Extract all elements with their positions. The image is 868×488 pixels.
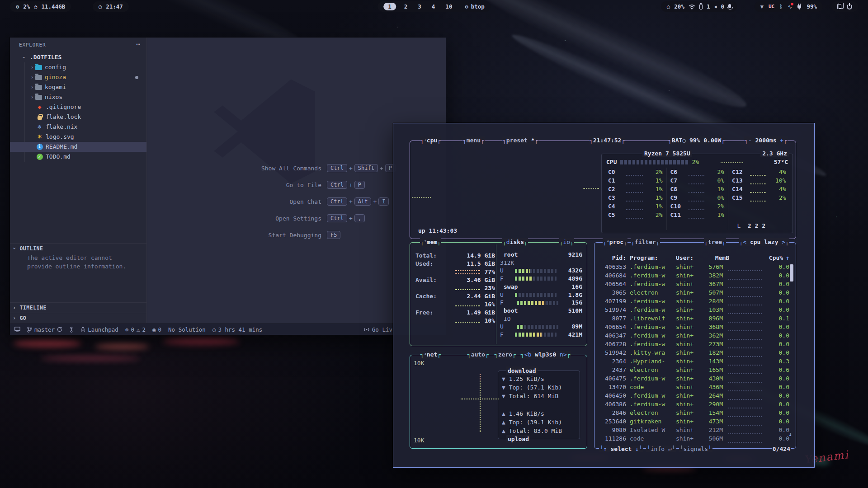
workspace-button[interactable]: 3 [415,3,424,10]
process-row[interactable]: 519942 .kitty-wra shin+ 182M 0.0 [598,348,789,357]
net-graph-vline-tip [480,374,481,380]
process-row[interactable]: 13470 code shin+ 436M 0.0 [598,383,789,391]
process-table-header[interactable]: Pid: Program: User: MemB Cpu% ↑ [598,254,789,261]
timeline-section-header[interactable]: › TIMELINE [10,302,146,312]
cpu-usage: 2% [23,3,30,10]
cpu-usage-meter [728,267,762,271]
process-row[interactable]: 253640 gitkraken shin+ 473M 0.0 [598,417,789,426]
proc-box-title[interactable]: ⁴proc [603,238,627,247]
workspace-button[interactable]: 4 [429,3,438,10]
outline-section-header[interactable]: › OUTLINE [10,243,146,253]
microphone-icon[interactable] [728,4,731,8]
process-row[interactable]: 8077 .librewolf shin+ 896M 0.1 [598,314,789,323]
process-row[interactable]: 111286 code shin+ 506M 0.0 [598,434,789,443]
workspace-button[interactable]: 2 [402,3,410,10]
cpu-usage-meter [728,328,762,331]
core-row: C144% [732,185,786,193]
process-row[interactable]: 406654 .ferdium-w shin+ 368M 0.0 [598,323,789,331]
info-control[interactable]: info ↵ [646,446,676,452]
go-live-item[interactable]: Go Liv [363,326,392,333]
select-control[interactable]: ↑ select ↓ [599,446,643,452]
network-tray-icon[interactable]: ▼ [760,4,764,10]
sort-selector[interactable]: < cpu lazy > [739,238,789,246]
remote-indicator[interactable] [14,327,20,332]
net-box-title[interactable]: ³net [420,351,441,359]
tree-folder-ginoza[interactable]: › ginoza [10,72,146,82]
cpu-usage-meter [728,345,762,348]
process-row[interactable]: 406475 .ferdium-w shin+ 430M 0.0 [598,374,789,383]
city-lights [95,343,149,349]
download-title: download [506,366,538,375]
tree-file-todo[interactable]: ✓ TODO.md [10,152,146,162]
workspace-button[interactable]: 10 [443,3,454,10]
workspace-button[interactable]: 1 [383,3,396,10]
tree-folder-config[interactable]: › config [10,62,146,72]
process-row[interactable]: 406353 .ferdium-w shin+ 576M 0.0 [598,263,789,271]
process-row[interactable]: 406728 .ferdium-w shin+ 273M 0.0 [598,340,789,348]
explorer-header: EXPLORER [19,42,46,48]
scroll-down-icon[interactable]: ↓ [788,431,792,437]
lock-icon [38,116,42,120]
process-row[interactable]: 3065 electron shin+ 507M 0.0 [598,288,789,297]
bluetooth-icon[interactable]: ᛒ [779,4,783,10]
ports-item[interactable]: ◉ 0 [152,326,161,333]
net-box: ³net auto zero <b wlp3s0 n> 10K 10K down… [410,355,587,449]
city-lights [163,338,240,345]
folder-icon [35,95,42,100]
mem-box-title[interactable]: ²mem [420,238,441,247]
process-row[interactable]: 2437 electron shin+ 165M 0.6 [598,366,789,374]
process-row[interactable]: 406684 .ferdium-w shin+ 382M 0.0 [598,271,789,280]
cpu-usage-meter [728,413,762,417]
process-row[interactable]: 406450 .ferdium-w shin+ 264M 0.0 [598,391,789,400]
net-graph-hline [461,399,499,400]
notification-tray-icon[interactable]: ∿ [788,4,792,10]
tree-folder-kogami[interactable]: › kogami [10,82,146,92]
process-row[interactable]: 407199 .ferdium-w shin+ 284M 0.0 [598,297,789,305]
process-row[interactable]: 2846 electron shin+ 154M 0.0 [598,408,789,417]
net-auto-button[interactable]: auto [467,351,489,359]
tree-file-flake-nix[interactable]: ❄ flake.nix [10,122,146,132]
update-interval-control[interactable]: - 2000ms + [744,136,788,145]
more-actions-icon[interactable]: ⋯ [137,40,140,47]
process-row[interactable]: 406386 .ferdium-w shin+ 290M 0.0 [598,400,789,408]
net-interface-selector[interactable]: <b wlp3s0 n> [520,351,571,359]
cpu-graph-dots [583,187,599,189]
signals-control[interactable]: signals [679,446,712,452]
solution-item[interactable]: No Solution [168,326,206,333]
launchpad-item[interactable]: Launchpad [80,326,118,333]
tree-file-flake-lock[interactable]: flake.lock [10,112,146,122]
scrollbar-thumb[interactable] [790,264,793,282]
problems-item[interactable]: ⊗ 0 ⚠ 2 [125,326,146,333]
memory-gauge-icon: ◔ [34,4,37,10]
process-row[interactable]: 406347 .ferdium-w shin+ 362M 0.0 [598,331,789,340]
process-row[interactable]: 2364 .Hyprland- shin+ 143M 0.3 [598,357,789,366]
tree-file-logo-svg[interactable]: * logo.svg [10,132,146,142]
process-row[interactable]: 519974 .ferdium-w shin+ 103M 0.0 [598,305,789,314]
tree-file-gitignore[interactable]: ◆ .gitignore [10,102,146,112]
git-branch-item[interactable]: master [27,326,62,333]
process-row[interactable]: 406564 .ferdium-w shin+ 367M 0.0 [598,280,789,288]
preset-button[interactable]: preset * [502,136,538,145]
clipboard-icon[interactable] [837,4,841,9]
filter-button[interactable]: filter [631,238,660,246]
git-graph-item[interactable] [69,327,74,333]
cpu-usage-meter [728,319,762,323]
cpu-box-title[interactable]: ¹cpu [420,136,441,145]
hardware-pill: ○ 20% 1 ◀ 0 [661,1,737,12]
time-tracker-item[interactable]: ◷ 3 hrs 41 mins [212,326,262,333]
core-row: C81% [670,185,725,193]
menu-button[interactable]: menu [462,136,485,145]
volume-level[interactable]: 0 [721,3,724,10]
tree-folder-nixos[interactable]: › nixos [10,92,146,102]
tree-root-dotfiles[interactable]: › .DOTFILES [10,52,146,62]
tree-button[interactable]: tree [704,238,726,246]
net-zero-button[interactable]: zero [494,351,516,359]
cpu-usage-meter [728,302,762,305]
power-icon[interactable] [847,4,852,9]
go-section-header[interactable]: › GO [10,313,146,323]
modified-badge [135,76,138,79]
brightness-icon: ○ [667,4,670,10]
process-row[interactable]: 9080 Isolated W shin+ 212M 0.0 [598,426,789,434]
tree-file-readme[interactable]: i README.md [10,142,146,152]
uc-tray-icon[interactable]: UC [769,4,774,9]
